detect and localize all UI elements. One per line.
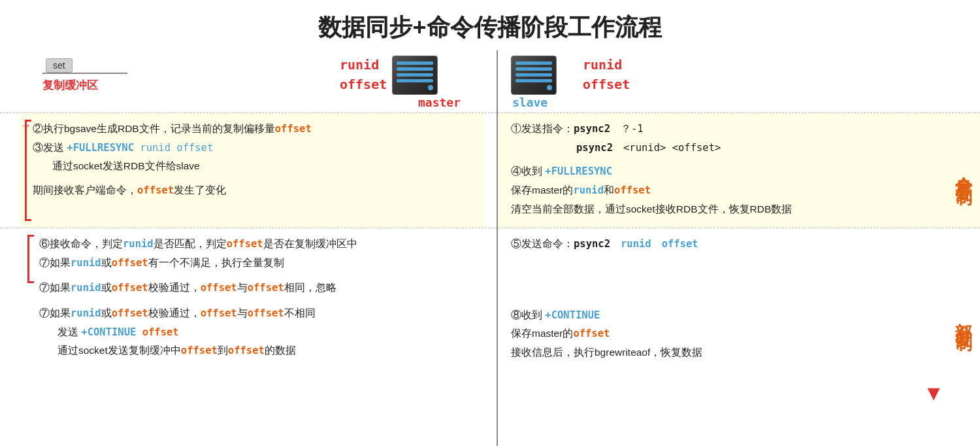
step7a-line: ⑦如果runid或offset有一个不满足，执行全量复制 xyxy=(39,254,477,273)
step4-right-line: ④收到 +FULLRESYNC xyxy=(511,162,928,181)
step1-right-line2: psync2 <runid> <offset> xyxy=(511,139,928,158)
down-arrow: ▼ xyxy=(923,383,944,403)
master-offset-label: offset xyxy=(340,77,387,92)
step2-arrow: → xyxy=(21,120,31,131)
page-title: 数据同步+命令传播阶段工作流程 xyxy=(0,0,980,50)
main-container: 数据同步+命令传播阶段工作流程 set 复制缓冲区 runid offset m… xyxy=(0,0,980,446)
partial-sync-right: 部分复制 ⑤发送命令：psync2 runid offset ⑧收到 +CONT… xyxy=(498,228,980,405)
step5-right-line: ⑤发送命令：psync2 runid offset xyxy=(511,235,928,254)
step4-right-sub1: 保存master的runid和offset xyxy=(511,181,928,200)
step-send-socket-line: 通过socket发送复制缓冲中offset到offset的数据 xyxy=(39,341,477,360)
slave-label: slave xyxy=(512,95,547,109)
step7c-line: ⑦如果runid或offset校验通过，offset与offset不相同 xyxy=(39,304,477,323)
step7b-line: ⑦如果runid或offset校验通过，offset与offset相同，忽略 xyxy=(39,279,477,298)
step4-right-sub2: 清空当前全部数据，通过socket接收RDB文件，恢复RDB数据 xyxy=(511,200,928,219)
buffer-label: 复制缓冲区 xyxy=(42,78,98,93)
partial-bracket xyxy=(27,235,34,283)
partial-replication-label: 部分复制 xyxy=(953,235,973,398)
step4-line: 期间接收客户端命令，offset发生了变化 xyxy=(33,181,477,200)
step8-right-sub1: 保存master的offset xyxy=(511,324,928,343)
step3-sub-line: 通过socket发送RDB文件给slave xyxy=(33,157,477,176)
right-col: slave runid offset 全量复制 ①发送指令：psync2 ？-1 xyxy=(498,50,980,446)
step1-right-line: ①发送指令：psync2 ？-1 xyxy=(511,120,928,139)
step2-line: ②执行bgsave生成RDB文件，记录当前的复制偏移量offset xyxy=(33,120,477,139)
step3-line: ③发送 +FULLRESYNC runid offset xyxy=(33,139,477,158)
full-sync-bracket xyxy=(25,120,31,221)
full-sync-left: → ②执行bgsave生成RDB文件，记录当前的复制偏移量offset ③发送 … xyxy=(20,113,483,228)
step-send-continue-line: 发送 +CONTINUE offset xyxy=(39,323,477,342)
buffer-underline xyxy=(42,73,127,74)
step6-line: ⑥接收命令，判定runid是否匹配，判定offset是否在复制缓冲区中 xyxy=(39,235,477,254)
full-replication-label: 全量复制 xyxy=(953,120,973,221)
step8-right-line: ⑧收到 +CONTINUE xyxy=(511,306,928,325)
full-sync-right: 全量复制 ①发送指令：psync2 ？-1 psync2 <runid> <of… xyxy=(498,113,980,228)
set-button[interactable]: set xyxy=(46,58,73,73)
slave-runid-label: runid xyxy=(583,57,622,73)
master-server-icon xyxy=(392,56,441,98)
slave-server-icon xyxy=(511,56,560,98)
right-header: slave runid offset xyxy=(498,50,980,112)
master-runid-label: runid xyxy=(340,57,379,73)
slave-offset-label: offset xyxy=(583,77,630,92)
partial-sync-left: ⑥接收命令，判定runid是否匹配，判定offset是否在复制缓冲区中 ⑦如果r… xyxy=(20,228,483,405)
step8-right-sub2: 接收信息后，执行bgrewriteaof，恢复数据 xyxy=(511,343,928,362)
